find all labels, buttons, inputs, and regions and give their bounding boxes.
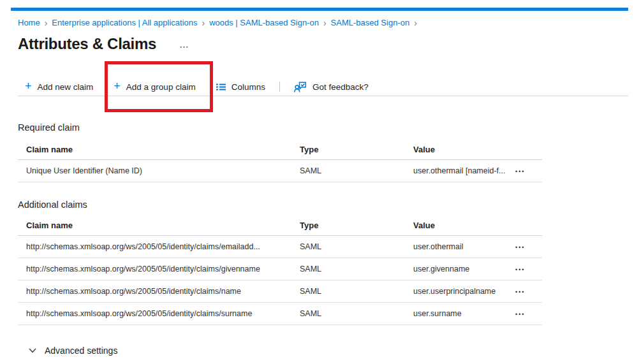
got-feedback-button[interactable]: Got feedback?: [284, 79, 379, 94]
add-group-claim-label: Add a group claim: [126, 82, 196, 92]
person-feedback-icon: [294, 82, 307, 92]
chevron-right-icon: ›: [414, 18, 417, 27]
columns-label: Columns: [231, 82, 265, 92]
column-header-claim-name: Claim name: [18, 221, 300, 230]
plus-icon: +: [25, 80, 32, 92]
breadcrumb: Home › Enterprise applications | All app…: [18, 18, 628, 27]
toolbar-divider: [18, 96, 628, 96]
add-new-claim-button[interactable]: + Add new claim: [18, 79, 103, 94]
table-row[interactable]: Unique User Identifier (Name ID) SAML us…: [18, 160, 542, 182]
table-header-row: Claim name Type Value: [18, 215, 542, 236]
got-feedback-label: Got feedback?: [312, 82, 369, 92]
row-more-options-button[interactable]: •••: [515, 167, 525, 176]
claim-type-cell: SAML: [300, 242, 413, 251]
page-title: Attributes & Claims: [18, 35, 156, 53]
claim-type-cell: SAML: [300, 166, 413, 175]
claim-type-cell: SAML: [300, 265, 413, 273]
breadcrumb-link-home[interactable]: Home: [18, 18, 40, 27]
row-more-options-button[interactable]: •••: [515, 288, 525, 296]
table-row[interactable]: http://schemas.xmlsoap.org/ws/2005/05/id…: [18, 303, 542, 325]
claim-name-cell: Unique User Identifier (Name ID): [18, 166, 300, 175]
additional-claims-table: Claim name Type Value http://schemas.xml…: [18, 215, 542, 325]
toolbar-separator: [279, 82, 280, 92]
add-new-claim-label: Add new claim: [38, 82, 94, 92]
column-header-type: Type: [300, 145, 413, 154]
column-header-value: Value: [413, 145, 515, 154]
row-more-options-button[interactable]: •••: [515, 243, 525, 252]
chevron-right-icon: ›: [45, 18, 48, 27]
claim-value-cell: user.othermail [nameid-f...: [413, 166, 515, 175]
breadcrumb-link-saml-signon[interactable]: SAML-based Sign-on: [331, 18, 410, 27]
advanced-settings-label: Advanced settings: [45, 346, 117, 356]
columns-button[interactable]: Columns: [206, 79, 275, 94]
table-row[interactable]: http://schemas.xmlsoap.org/ws/2005/05/id…: [18, 258, 542, 280]
advanced-settings-expander[interactable]: Advanced settings: [29, 346, 628, 356]
window-top-accent-bar: [11, 8, 628, 11]
claim-value-cell: user.userprincipalname: [413, 287, 515, 296]
column-header-type: Type: [300, 221, 413, 230]
claim-name-cell: http://schemas.xmlsoap.org/ws/2005/05/id…: [18, 242, 300, 251]
chevron-right-icon: ›: [202, 18, 205, 27]
required-claim-table: Claim name Type Value Unique User Identi…: [18, 139, 542, 182]
row-more-options-button[interactable]: •••: [515, 310, 525, 319]
column-header-value: Value: [413, 221, 515, 230]
table-header-row: Claim name Type Value: [18, 139, 542, 160]
breadcrumb-link-woods-saml[interactable]: woods | SAML-based Sign-on: [209, 18, 319, 27]
table-row[interactable]: http://schemas.xmlsoap.org/ws/2005/05/id…: [18, 280, 542, 303]
table-row[interactable]: http://schemas.xmlsoap.org/ws/2005/05/id…: [18, 236, 542, 258]
breadcrumb-link-enterprise-applications[interactable]: Enterprise applications | All applicatio…: [52, 18, 197, 27]
chevron-down-icon: [29, 348, 36, 353]
row-more-options-button[interactable]: •••: [515, 265, 525, 274]
claim-value-cell: user.givenname: [413, 265, 515, 273]
claim-value-cell: user.surname: [413, 309, 515, 318]
additional-claims-section-label: Additional claims: [18, 200, 628, 210]
claim-name-cell: http://schemas.xmlsoap.org/ws/2005/05/id…: [18, 287, 300, 296]
command-toolbar: + Add new claim + Add a group claim Colu…: [18, 79, 628, 94]
claim-type-cell: SAML: [300, 287, 413, 296]
column-header-claim-name: Claim name: [18, 145, 300, 154]
columns-icon: [216, 83, 226, 91]
plus-icon: +: [114, 80, 121, 92]
page-content: Home › Enterprise applications | All app…: [0, 18, 639, 356]
claim-value-cell: user.othermail: [413, 242, 515, 251]
claim-type-cell: SAML: [300, 309, 413, 318]
required-claim-section-label: Required claim: [18, 122, 628, 133]
title-more-options-button[interactable]: …: [179, 39, 189, 50]
claim-name-cell: http://schemas.xmlsoap.org/ws/2005/05/id…: [18, 265, 300, 273]
chevron-right-icon: ›: [323, 18, 327, 27]
page-header: Attributes & Claims …: [18, 35, 628, 53]
claim-name-cell: http://schemas.xmlsoap.org/ws/2005/05/id…: [18, 309, 300, 318]
add-group-claim-button[interactable]: + Add a group claim: [103, 79, 205, 94]
